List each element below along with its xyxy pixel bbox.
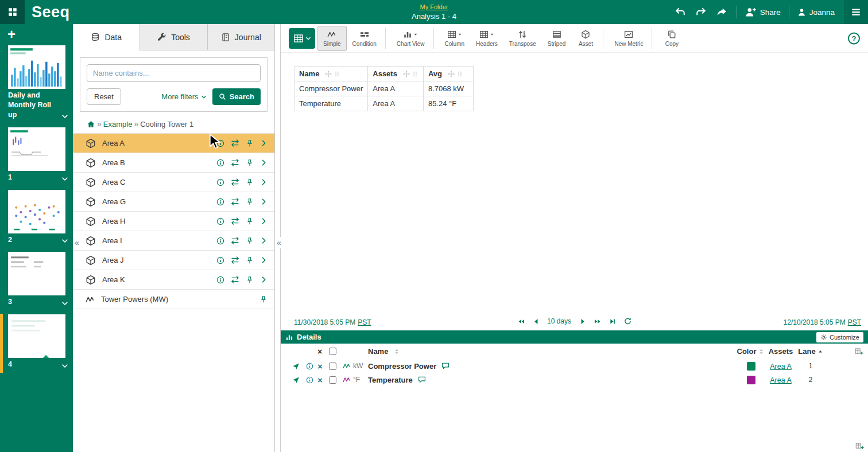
step-forward-icon[interactable] bbox=[579, 318, 586, 325]
my-folder-link[interactable]: My Folder bbox=[420, 3, 448, 10]
pin-icon[interactable] bbox=[246, 217, 254, 225]
chevron-right-icon[interactable] bbox=[260, 178, 268, 186]
toolbar-button-headers[interactable]: Headers bbox=[470, 26, 503, 51]
asset-row-area-j[interactable]: Area J bbox=[73, 251, 274, 270]
toolbar-button-asset[interactable]: Asset bbox=[571, 26, 600, 51]
drag-grip-icon[interactable] bbox=[412, 71, 418, 77]
pin-icon[interactable] bbox=[246, 159, 254, 167]
summary-header-avg[interactable]: Avg bbox=[423, 67, 473, 81]
chevron-right-icon[interactable] bbox=[260, 276, 268, 283]
info-icon[interactable] bbox=[216, 256, 224, 264]
worksheet-thumbnail[interactable] bbox=[8, 45, 65, 89]
signal-row-tower-powers[interactable]: Tower Powers (MW) bbox=[73, 290, 274, 309]
chevron-right-icon[interactable] bbox=[260, 139, 268, 147]
swap-icon[interactable] bbox=[231, 275, 239, 284]
details-header-assets[interactable]: Assets bbox=[766, 347, 796, 356]
asset-row-area-k[interactable]: Area K bbox=[73, 270, 274, 290]
drag-grip-icon[interactable] bbox=[456, 71, 463, 77]
toolbar-button-striped[interactable]: Striped bbox=[542, 26, 572, 51]
chevron-down-icon[interactable] bbox=[61, 363, 68, 369]
signal-name[interactable]: Temperature bbox=[368, 376, 413, 384]
toolbar-button-column[interactable]: Column bbox=[439, 26, 470, 51]
worksheet-item-1[interactable]: Daily and Monthly Roll up bbox=[0, 42, 73, 124]
sort-icon[interactable] bbox=[393, 348, 400, 355]
swap-icon[interactable] bbox=[231, 158, 239, 167]
apps-menu-button[interactable] bbox=[0, 0, 25, 24]
search-button[interactable]: Search bbox=[212, 88, 261, 105]
asset-row-area-b[interactable]: Area B bbox=[73, 153, 274, 173]
add-column-icon[interactable] bbox=[855, 442, 864, 450]
details-header-lane[interactable]: Lane bbox=[798, 347, 815, 356]
pin-icon[interactable] bbox=[246, 139, 254, 147]
row-checkbox[interactable] bbox=[329, 376, 336, 384]
pin-icon[interactable] bbox=[246, 276, 254, 284]
chevron-down-icon[interactable] bbox=[61, 300, 68, 307]
sort-ascending-icon[interactable] bbox=[817, 349, 823, 354]
chevron-right-icon[interactable] bbox=[260, 159, 268, 166]
pin-icon[interactable] bbox=[246, 256, 254, 264]
chevron-right-icon[interactable] bbox=[260, 217, 268, 225]
reset-button[interactable]: Reset bbox=[87, 88, 121, 105]
chevron-down-icon[interactable] bbox=[61, 113, 68, 120]
collapse-sidebar-handle[interactable]: « bbox=[73, 237, 80, 248]
asset-row-area-c[interactable]: Area C bbox=[73, 173, 274, 192]
move-column-icon[interactable] bbox=[403, 71, 410, 77]
add-column-icon[interactable] bbox=[855, 347, 863, 356]
timezone-link[interactable]: PST bbox=[848, 318, 861, 326]
asset-row-area-i[interactable]: Area I bbox=[73, 231, 274, 251]
customize-button[interactable]: Customize bbox=[816, 332, 863, 342]
details-row-compressor-power[interactable]: × kW Compressor Power Area A 1 bbox=[281, 359, 868, 373]
step-back-full-icon[interactable] bbox=[517, 318, 525, 325]
search-input[interactable] bbox=[87, 64, 261, 82]
chevron-right-icon[interactable] bbox=[260, 256, 268, 264]
help-icon[interactable]: ? bbox=[848, 32, 860, 44]
asset-link[interactable]: Area A bbox=[770, 376, 792, 384]
toolbar-button-simple[interactable]: Simple bbox=[317, 26, 347, 51]
timezone-link[interactable]: PST bbox=[358, 318, 371, 326]
remove-icon[interactable]: × bbox=[317, 376, 323, 384]
info-icon[interactable] bbox=[216, 178, 224, 186]
worksheet-item-5-selected[interactable]: 4 bbox=[0, 311, 73, 374]
view-selector-dropdown[interactable] bbox=[289, 28, 315, 49]
remove-icon[interactable]: × bbox=[317, 362, 323, 371]
asset-row-area-h[interactable]: Area H bbox=[73, 212, 274, 231]
pin-icon[interactable] bbox=[246, 178, 254, 186]
info-icon[interactable] bbox=[216, 217, 224, 225]
toolbar-button-condition[interactable]: Condition bbox=[347, 26, 382, 51]
hamburger-menu-button[interactable] bbox=[844, 0, 868, 24]
remove-all-icon[interactable]: × bbox=[317, 348, 322, 356]
toolbar-button-chart-view[interactable]: Chart View bbox=[391, 26, 431, 51]
pin-icon[interactable] bbox=[246, 198, 254, 206]
chevron-right-icon[interactable] bbox=[260, 237, 268, 244]
summary-header-assets[interactable]: Assets bbox=[368, 67, 424, 81]
worksheet-item-2[interactable]: 1 bbox=[0, 124, 73, 187]
asset-link[interactable]: Area A bbox=[770, 363, 792, 371]
asset-row-area-a[interactable]: Area A bbox=[73, 134, 274, 153]
tab-journal[interactable]: Journal bbox=[208, 24, 274, 50]
tab-data[interactable]: Data bbox=[73, 24, 140, 50]
worksheet-item-4[interactable]: 3 bbox=[0, 249, 73, 311]
pin-icon[interactable] bbox=[259, 295, 268, 303]
move-column-icon[interactable] bbox=[448, 71, 455, 77]
navigate-icon[interactable] bbox=[292, 376, 300, 384]
user-menu[interactable]: Joanna bbox=[797, 8, 835, 17]
info-icon[interactable] bbox=[216, 237, 224, 245]
step-forward-full-icon[interactable] bbox=[594, 318, 601, 325]
collapse-data-panel-handle[interactable]: « bbox=[276, 237, 282, 248]
select-all-checkbox[interactable] bbox=[329, 348, 336, 355]
range-end[interactable]: 12/10/2018 5:05 PM PST bbox=[784, 318, 861, 326]
row-checkbox[interactable] bbox=[329, 363, 336, 370]
redo-icon[interactable] bbox=[696, 7, 706, 17]
comment-icon[interactable] bbox=[418, 376, 426, 384]
navigate-icon[interactable] bbox=[292, 363, 300, 370]
swap-icon[interactable] bbox=[231, 217, 239, 225]
comment-icon[interactable] bbox=[441, 362, 450, 370]
worksheet-thumbnail[interactable] bbox=[8, 127, 65, 171]
swap-icon[interactable] bbox=[231, 256, 239, 264]
toolbar-button-new-metric[interactable]: New Metric bbox=[609, 26, 649, 51]
undo-icon[interactable] bbox=[675, 7, 685, 17]
duration-label[interactable]: 10 days bbox=[547, 317, 571, 325]
swap-icon[interactable] bbox=[231, 197, 239, 206]
summary-header-name[interactable]: Name bbox=[294, 67, 368, 81]
refresh-icon[interactable] bbox=[623, 317, 631, 325]
